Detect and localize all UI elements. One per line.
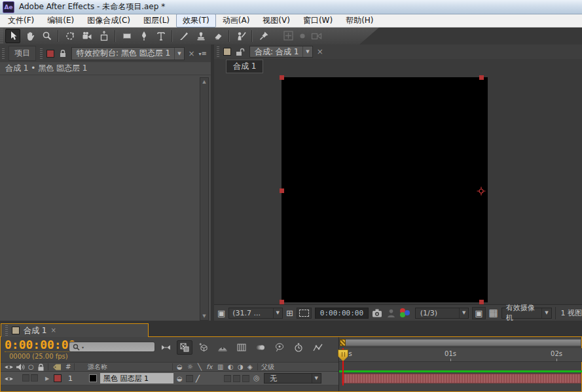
source-name-column-header[interactable]: 源名称	[88, 363, 107, 371]
roto-brush-tool-icon[interactable]	[233, 29, 248, 43]
menu-layer[interactable]: 图层(L)	[137, 14, 176, 27]
layer-handle-mid-left[interactable]	[280, 188, 284, 193]
layer-handle-top-left[interactable]	[280, 75, 284, 80]
collapse-column-icon[interactable]: ☼	[187, 363, 193, 371]
composition-viewport[interactable]	[214, 73, 582, 304]
panel-gripper[interactable]	[40, 48, 43, 59]
resolution-dropdown[interactable]: (1/3) ▼	[415, 308, 469, 319]
fx-column-icon[interactable]: fx	[206, 363, 212, 371]
transparency-grid-icon[interactable]: ▦	[489, 309, 498, 317]
parent-pickwhip-icon[interactable]: ◎	[253, 374, 260, 382]
toolbar-gripper[interactable]	[0, 29, 3, 43]
view-layout-dropdown[interactable]: 1 视图	[555, 307, 582, 319]
region-of-interest-icon[interactable]	[297, 308, 312, 319]
shy-column-icon[interactable]: ◒	[177, 363, 183, 371]
menu-help[interactable]: 帮助(H)	[339, 14, 380, 27]
view-axis-mode-icon[interactable]	[311, 31, 322, 41]
vertical-scrollbar[interactable]: ▲ ▼	[200, 77, 209, 321]
layer-duration-bar[interactable]	[342, 374, 581, 383]
search-input[interactable]: ▾	[69, 342, 155, 352]
panel-gripper[interactable]	[5, 325, 8, 336]
frame-blending-icon[interactable]	[234, 340, 249, 355]
current-timecode[interactable]: 0:00:00:00	[5, 338, 75, 352]
motion-blur-column-icon[interactable]: ◐	[228, 363, 234, 371]
solo-cell[interactable]	[22, 374, 29, 382]
video-column-icon[interactable]	[4, 363, 14, 371]
scroll-down-icon[interactable]: ▼	[202, 313, 206, 319]
live-update-icon[interactable]	[177, 340, 192, 355]
tab-timeline-comp[interactable]: 合成 1 ×	[1, 323, 149, 337]
menu-effect[interactable]: 效果(T)	[176, 14, 216, 27]
layer-name-selected[interactable]: 黑色 固态层 1	[100, 373, 173, 383]
audio-column-icon[interactable]	[16, 363, 25, 371]
puppet-pin-tool-icon[interactable]	[256, 29, 271, 43]
brainstorm-icon[interactable]	[272, 340, 287, 355]
panel-color-swatch[interactable]	[46, 50, 54, 58]
shy-layers-icon[interactable]	[215, 340, 230, 355]
chevron-down-icon[interactable]: ▼	[174, 48, 183, 60]
menu-composition[interactable]: 图像合成(C)	[81, 14, 137, 27]
clone-stamp-tool-icon[interactable]	[193, 29, 208, 43]
show-snapshot-icon[interactable]	[386, 308, 396, 318]
label-column-icon[interactable]	[52, 363, 62, 371]
pen-tool-icon[interactable]	[136, 29, 151, 43]
unlock-icon[interactable]	[235, 47, 246, 57]
menu-animation[interactable]: 动画(A)	[216, 14, 257, 27]
menu-view[interactable]: 视图(V)	[256, 14, 297, 27]
snapshot-camera-icon[interactable]	[372, 308, 383, 318]
work-area-bar[interactable]	[340, 339, 581, 346]
panel-color-swatch[interactable]	[223, 48, 231, 56]
draft-3d-icon[interactable]	[196, 340, 211, 355]
layer-handle-top-center[interactable]	[479, 75, 484, 80]
close-icon[interactable]: ×	[189, 50, 195, 57]
adjustment-layer-column-icon[interactable]: ◑	[238, 363, 244, 371]
chevron-down-icon[interactable]: ▼	[302, 46, 312, 57]
title-bar[interactable]: Ae Adobe After Effects - 未命名项目.aep *	[0, 0, 582, 14]
rectangle-tool-icon[interactable]	[119, 29, 134, 43]
grid-guides-icon[interactable]: ⊞	[286, 309, 293, 317]
magnification-dropdown[interactable]: (31.7 ... ▼	[228, 308, 283, 319]
expand-arrow-icon[interactable]: ▶	[45, 374, 49, 383]
panel-menu-icon[interactable]: ▾≡	[199, 50, 207, 57]
parent-column-header[interactable]: 父级	[261, 363, 274, 371]
tab-effect-controls[interactable]: 特效控制台: 黑色 固态层 1 ▼	[71, 47, 185, 60]
panel-gripper[interactable]	[217, 46, 219, 57]
rotation-tool-icon[interactable]	[62, 29, 77, 43]
active-camera-dropdown[interactable]: 有效摄像机 ▼	[501, 308, 552, 319]
show-channel-icon[interactable]	[399, 308, 412, 318]
work-area-start-handle[interactable]	[340, 339, 346, 346]
layer-shy-toggle[interactable]: ◒	[177, 374, 183, 383]
close-icon[interactable]: ×	[50, 327, 56, 334]
layer-quality-toggle[interactable]: ╱	[196, 374, 200, 383]
index-column-header[interactable]: #	[65, 363, 71, 371]
eraser-tool-icon[interactable]	[210, 29, 225, 43]
hand-tool-icon[interactable]	[22, 29, 37, 43]
lock-cell[interactable]	[31, 374, 38, 382]
viewer-timecode[interactable]: 0:00:00:00	[315, 308, 369, 319]
layer-solid-swatch[interactable]	[89, 374, 97, 382]
brush-tool-icon[interactable]	[176, 29, 191, 43]
zoom-tool-icon[interactable]	[39, 29, 54, 43]
world-axis-mode-icon[interactable]	[299, 32, 306, 40]
layer-motion-blur-toggle[interactable]	[233, 375, 240, 382]
layer-handle-bottom-center[interactable]	[479, 300, 484, 304]
layer-3d-toggle[interactable]	[242, 375, 249, 382]
search-arrow-icon[interactable]: ▾	[82, 345, 84, 349]
selection-tool-icon[interactable]	[5, 29, 20, 43]
composition-frame[interactable]	[282, 77, 488, 302]
tab-composition-viewer[interactable]: 合成: 合成 1 ▼	[249, 46, 313, 58]
pan-behind-tool-icon[interactable]	[96, 29, 111, 43]
layer-anchor-point[interactable]	[477, 187, 486, 196]
layer-row[interactable]: ▶ 1 黑色 固态层 1 ◒ ╱ ◎ 无 ▼	[1, 372, 338, 385]
mini-flowchart-icon[interactable]	[158, 340, 173, 355]
tab-project[interactable]: 项目	[9, 46, 36, 61]
camera-tool-icon[interactable]	[79, 29, 94, 43]
graph-editor-icon[interactable]	[310, 340, 325, 355]
layer-visibility-eye-icon[interactable]	[4, 375, 14, 383]
motion-blur-icon[interactable]	[253, 340, 268, 355]
layer-frame-blend-toggle[interactable]	[224, 375, 231, 382]
lock-icon[interactable]	[58, 48, 67, 58]
close-icon[interactable]: ×	[317, 48, 323, 55]
composition-name-button[interactable]: 合成 1	[226, 60, 263, 73]
layer-handle-bottom-left[interactable]	[280, 300, 284, 304]
